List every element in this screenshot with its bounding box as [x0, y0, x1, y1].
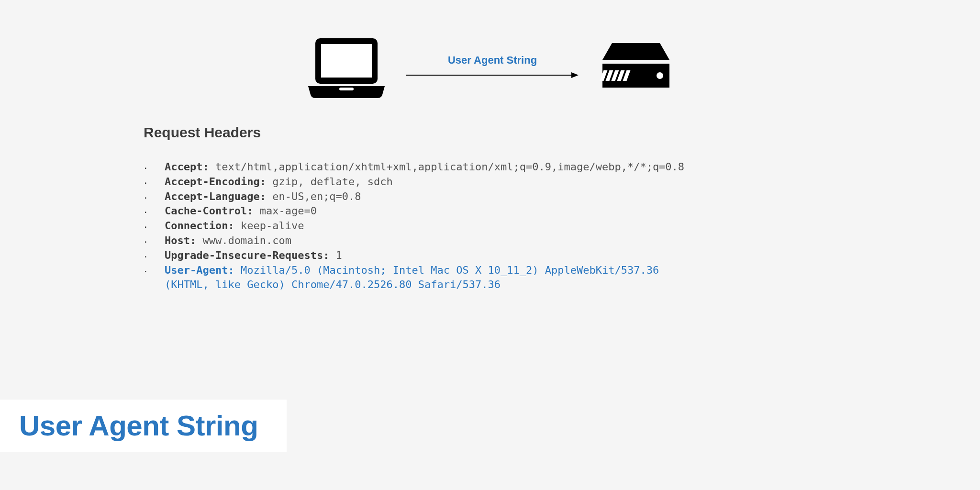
arrow-block: User Agent String — [406, 54, 579, 80]
header-value: keep-alive — [234, 220, 304, 232]
header-line: .User-Agent: Mozilla/5.0 (Macintosh; Int… — [144, 263, 836, 293]
bullet: . — [144, 251, 165, 260]
svg-rect-1 — [321, 44, 372, 78]
header-line: .Upgrade-Insecure-Requests: 1 — [144, 248, 836, 263]
header-key: Accept: — [165, 161, 209, 173]
header-key: Cache-Control: — [165, 205, 253, 217]
title-card: User Agent String — [0, 400, 287, 452]
title-card-text: User Agent String — [19, 409, 258, 442]
svg-marker-5 — [602, 43, 669, 60]
svg-point-12 — [657, 72, 663, 79]
header-value: en-US,en;q=0.8 — [266, 190, 361, 202]
header-line: .Connection: keep-alive — [144, 219, 836, 234]
laptop-icon — [306, 33, 387, 100]
bullet: . — [144, 177, 165, 187]
header-key: Accept-Language: — [165, 190, 266, 202]
header-key: Host: — [165, 234, 196, 246]
header-line: .Accept-Encoding: gzip, deflate, sdch — [144, 175, 836, 189]
bullet: . — [144, 221, 165, 231]
header-value: 1 — [329, 249, 342, 261]
header-value: text/html,application/xhtml+xml,applicat… — [209, 161, 684, 173]
header-value: www.domain.com — [196, 234, 291, 246]
header-key: Accept-Encoding: — [165, 176, 266, 188]
arrow-icon — [406, 70, 579, 80]
section-title: Request Headers — [144, 124, 836, 141]
headers-list: .Accept: text/html,application/xhtml+xml… — [144, 160, 836, 292]
header-key: Upgrade-Insecure-Requests: — [165, 249, 329, 261]
header-value: max-age=0 — [253, 205, 316, 217]
bullet: . — [144, 236, 165, 245]
header-value: gzip, deflate, sdch — [266, 176, 393, 188]
header-line: .Cache-Control: max-age=0 — [144, 204, 836, 219]
bullet: . — [144, 192, 165, 201]
header-value: Mozilla/5.0 (Macintosh; Intel Mac OS X 1… — [165, 264, 659, 291]
server-icon — [598, 41, 674, 93]
header-line: .Accept: text/html,application/xhtml+xml… — [144, 160, 836, 175]
header-key: User-Agent: — [165, 264, 234, 276]
svg-rect-2 — [339, 88, 354, 90]
headers-block: Request Headers .Accept: text/html,appli… — [144, 124, 836, 292]
header-line: .Accept-Language: en-US,en;q=0.8 — [144, 189, 836, 204]
diagram-row: User Agent String — [0, 33, 980, 100]
bullet: . — [144, 206, 165, 216]
svg-marker-4 — [571, 72, 579, 78]
bullet: . — [144, 162, 165, 172]
arrow-label: User Agent String — [448, 54, 537, 67]
header-key: Connection: — [165, 220, 234, 232]
bullet: . — [144, 266, 165, 275]
header-line: .Host: www.domain.com — [144, 234, 836, 248]
